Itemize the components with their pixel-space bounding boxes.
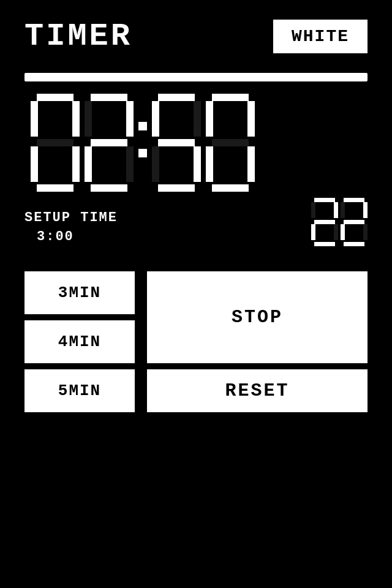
right-buttons: STOP RESET (147, 271, 368, 412)
small-counter (311, 198, 368, 247)
5min-button[interactable]: 5MIN (24, 369, 135, 412)
reset-button[interactable]: RESET (147, 369, 368, 412)
digit-0 (31, 94, 80, 192)
app-title: TIMER (24, 18, 132, 55)
stop-button[interactable]: STOP (147, 271, 368, 363)
display-area (18, 88, 374, 192)
4min-button[interactable]: 4MIN (24, 320, 135, 363)
digit-2 (85, 94, 134, 192)
buttons-area: 3MIN 4MIN 5MIN STOP RESET (24, 271, 368, 412)
small-digit-2a (311, 198, 338, 247)
small-digit-2b (341, 198, 368, 247)
digit-5 (152, 94, 201, 192)
colon-dot-bot (138, 149, 147, 157)
header: TIMER WHITE (0, 0, 392, 61)
white-button[interactable]: WHITE (273, 20, 368, 53)
digit-0b (206, 94, 255, 192)
left-buttons: 3MIN 4MIN 5MIN (24, 271, 135, 412)
colon-dot-top (138, 122, 147, 130)
digit-group-left (31, 94, 134, 192)
colon (138, 122, 147, 164)
setup-row: SETUP TIME 3:00 (24, 198, 368, 247)
digit-group-right (152, 94, 255, 192)
clock-display (24, 94, 368, 192)
progress-bar (24, 73, 368, 81)
3min-button[interactable]: 3MIN (24, 271, 135, 314)
setup-label: SETUP TIME 3:00 (24, 209, 118, 247)
